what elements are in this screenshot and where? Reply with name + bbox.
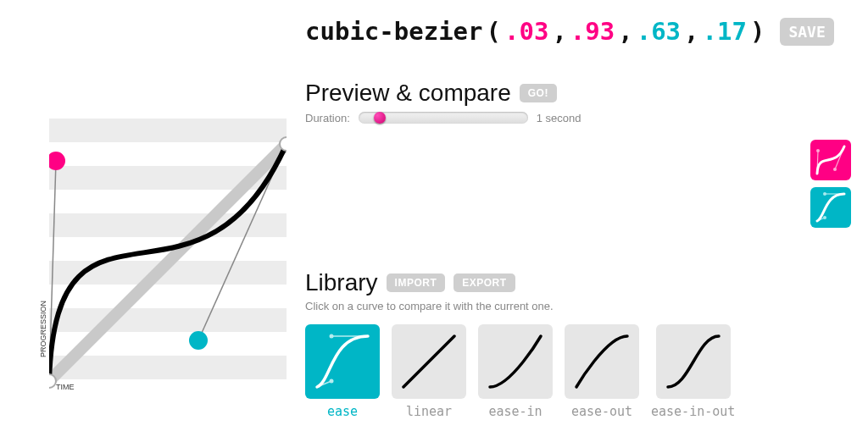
function-display: cubic-bezier(.03,.93,.63,.17) SAVE xyxy=(305,17,851,46)
svg-point-7 xyxy=(833,168,837,171)
value-p1y[interactable]: .93 xyxy=(570,17,615,46)
lib-label: linear xyxy=(406,404,452,419)
comma: , xyxy=(552,17,566,46)
lib-thumb-ease-in-out[interactable] xyxy=(656,324,731,399)
main-panel: cubic-bezier(.03,.93,.63,.17) SAVE Previ… xyxy=(305,17,851,419)
handle-p2[interactable] xyxy=(189,331,208,350)
duration-label: Duration: xyxy=(305,112,350,124)
preview-title: Preview & compare xyxy=(305,80,511,107)
lib-label: ease-in xyxy=(488,404,542,419)
x-axis-label: TIME xyxy=(56,383,75,391)
func-name: cubic-bezier xyxy=(305,17,483,46)
comma: , xyxy=(684,17,698,46)
save-button[interactable]: SAVE xyxy=(780,18,833,46)
lib-item-ease[interactable]: ease xyxy=(305,324,380,419)
lib-thumb-ease[interactable] xyxy=(305,324,380,399)
comma: , xyxy=(618,17,632,46)
curve-icon xyxy=(486,332,545,391)
library-title: Library xyxy=(305,269,378,296)
lib-label: ease xyxy=(327,404,358,419)
endpoint-end xyxy=(280,137,287,151)
duration-value: 1 second xyxy=(537,112,581,124)
paren-open: ( xyxy=(487,17,501,46)
export-button[interactable]: EXPORT xyxy=(453,273,515,292)
swatch-custom[interactable] xyxy=(810,140,851,180)
lib-item-ease-in[interactable]: ease-in xyxy=(478,324,553,419)
lib-item-linear[interactable]: linear xyxy=(392,324,466,419)
svg-point-6 xyxy=(816,149,820,152)
lib-thumb-ease-out[interactable] xyxy=(565,324,639,399)
curve-icon xyxy=(399,332,459,391)
curve-icon xyxy=(815,144,847,176)
curve-icon xyxy=(664,332,723,391)
curve-icon xyxy=(313,332,372,391)
y-axis-label: PROGRESSION xyxy=(39,301,47,357)
swatch-compare[interactable] xyxy=(810,187,851,228)
value-p1x[interactable]: .03 xyxy=(504,17,548,46)
svg-point-10 xyxy=(823,216,826,219)
lib-thumb-ease-in[interactable] xyxy=(478,324,553,399)
curve-icon xyxy=(572,332,632,391)
endpoint-start xyxy=(49,374,56,388)
paren-close: ) xyxy=(750,17,765,46)
lib-label: ease-in-out xyxy=(651,404,735,419)
preview-swatches xyxy=(810,140,851,228)
library-title-row: Library IMPORT EXPORT xyxy=(305,269,851,296)
import-button[interactable]: IMPORT xyxy=(387,273,446,292)
duration-row: Duration: 1 second xyxy=(305,110,851,125)
bezier-canvas[interactable]: PROGRESSION TIME xyxy=(49,110,287,390)
svg-point-3 xyxy=(330,334,334,339)
go-button[interactable]: GO! xyxy=(520,84,557,102)
lib-label: ease-out xyxy=(571,404,632,419)
svg-point-2 xyxy=(330,379,334,384)
value-p2x[interactable]: .63 xyxy=(637,17,681,46)
value-p2y[interactable]: .17 xyxy=(703,17,747,46)
lib-item-ease-in-out[interactable]: ease-in-out xyxy=(651,324,735,419)
duration-slider[interactable] xyxy=(359,112,528,124)
handle-p1[interactable] xyxy=(49,152,65,170)
library-desc: Click on a curve to compare it with the … xyxy=(305,300,851,312)
curve-icon xyxy=(815,191,847,224)
lib-thumb-linear[interactable] xyxy=(392,324,466,399)
preview-title-row: Preview & compare GO! xyxy=(305,80,851,107)
lib-item-ease-out[interactable]: ease-out xyxy=(565,324,639,419)
svg-point-11 xyxy=(823,192,826,196)
bezier-svg xyxy=(49,110,287,390)
diagonal-guide xyxy=(49,144,287,381)
left-sidebar: Made by Lea Verou with care ✿ About DONA… xyxy=(0,0,34,442)
library-row: ease linear ease-in eas xyxy=(305,324,851,419)
